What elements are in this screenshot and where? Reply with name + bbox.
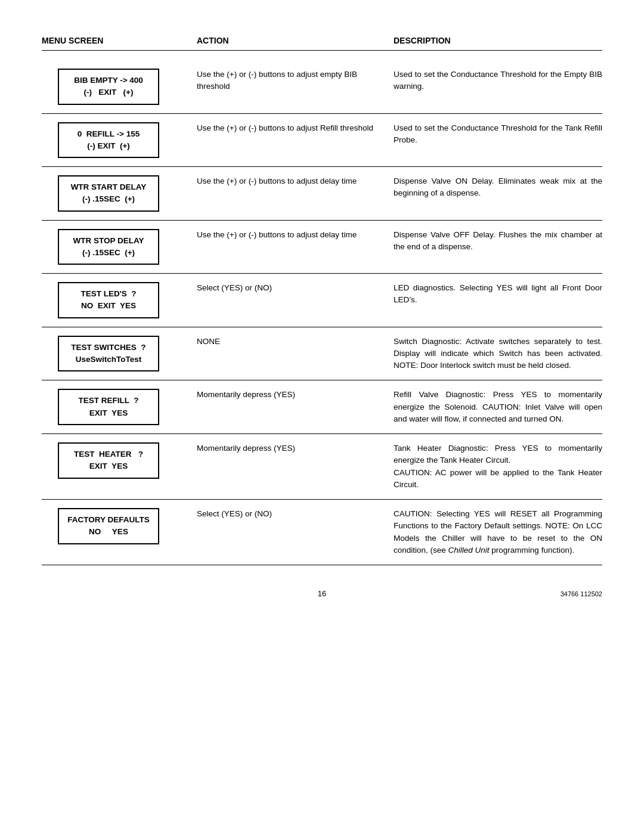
menu-box-wtr-stop-delay: WTR STOP DELAY(-) .15SEC (+) [58, 229, 159, 265]
page-number: 16 [318, 589, 326, 598]
table-row: BIB EMPTY -> 400(-) EXIT (+)Use the (+) … [42, 60, 602, 114]
menu-line1-wtr-start-delay: WTR START DELAY [67, 181, 150, 193]
menu-screen-cell-wtr-stop-delay: WTR STOP DELAY(-) .15SEC (+) [42, 229, 185, 265]
action-cell-test-switches: NONE [185, 336, 394, 348]
table-body: BIB EMPTY -> 400(-) EXIT (+)Use the (+) … [42, 60, 602, 565]
menu-line1-test-switches: TEST SWITCHES ? [67, 342, 150, 354]
menu-box-wtr-start-delay: WTR START DELAY(-) .15SEC (+) [58, 175, 159, 212]
description-cell-test-leds: LED diagnostics. Selecting YES will ligh… [394, 282, 602, 306]
description-cell-factory-defaults: CAUTION: Selecting YES will RESET all Pr… [394, 508, 602, 556]
action-cell-factory-defaults: Select (YES) or (NO) [185, 508, 394, 520]
menu-box-factory-defaults: FACTORY DEFAULTSNO YES [58, 508, 159, 544]
menu-line2-test-switches: UseSwitchToTest [67, 354, 150, 366]
header-action: ACTION [185, 36, 394, 45]
menu-screen-cell-bib-empty: BIB EMPTY -> 400(-) EXIT (+) [42, 69, 185, 105]
menu-line1-factory-defaults: FACTORY DEFAULTS [67, 514, 150, 526]
menu-screen-cell-factory-defaults: FACTORY DEFAULTSNO YES [42, 508, 185, 544]
menu-screen-cell-test-switches: TEST SWITCHES ?UseSwitchToTest [42, 336, 185, 372]
menu-line1-wtr-stop-delay: WTR STOP DELAY [67, 235, 150, 247]
description-cell-refill: Used to set the Conductance Threshold fo… [394, 122, 602, 147]
menu-box-test-heater: TEST HEATER ?EXIT YES [58, 442, 159, 479]
table-row: 0 REFILL -> 155(-) EXIT (+)Use the (+) o… [42, 114, 602, 168]
action-cell-wtr-stop-delay: Use the (+) or (-) buttons to adjust del… [185, 229, 394, 241]
table-row: FACTORY DEFAULTSNO YESSelect (YES) or (N… [42, 500, 602, 565]
table-row: TEST SWITCHES ?UseSwitchToTestNONESwitch… [42, 327, 602, 381]
table-row: TEST HEATER ?EXIT YESMomentarily depress… [42, 434, 602, 500]
menu-box-test-leds: TEST LED'S ?NO EXIT YES [58, 282, 159, 318]
description-cell-wtr-stop-delay: Dispense Valve OFF Delay. Flushes the mi… [394, 229, 602, 253]
menu-line1-refill: 0 REFILL -> 155 [67, 128, 150, 140]
menu-screen-cell-test-refill: TEST REFILL ?EXIT YES [42, 389, 185, 425]
action-cell-test-refill: Momentarily depress (YES) [185, 389, 394, 401]
menu-line2-wtr-stop-delay: (-) .15SEC (+) [67, 247, 150, 259]
header-description: DESCRIPTION [394, 36, 602, 45]
page-container: MENU SCREEN ACTION DESCRIPTION BIB EMPTY… [42, 36, 602, 598]
menu-screen-cell-refill: 0 REFILL -> 155(-) EXIT (+) [42, 122, 185, 159]
menu-line2-test-heater: EXIT YES [67, 460, 150, 472]
table-row: TEST LED'S ?NO EXIT YESSelect (YES) or (… [42, 274, 602, 327]
menu-line2-wtr-start-delay: (-) .15SEC (+) [67, 193, 150, 205]
table-row: TEST REFILL ?EXIT YESMomentarily depress… [42, 380, 602, 434]
menu-line1-test-heater: TEST HEATER ? [67, 448, 150, 460]
menu-line2-factory-defaults: NO YES [67, 526, 150, 538]
action-cell-test-heater: Momentarily depress (YES) [185, 442, 394, 454]
description-cell-test-heater: Tank Heater Diagnostic: Press YES to mom… [394, 442, 602, 491]
action-cell-bib-empty: Use the (+) or (-) buttons to adjust emp… [185, 69, 394, 93]
menu-line2-test-refill: EXIT YES [67, 407, 150, 419]
menu-line1-test-refill: TEST REFILL ? [67, 395, 150, 407]
action-cell-test-leds: Select (YES) or (NO) [185, 282, 394, 294]
menu-line2-test-leds: NO EXIT YES [67, 300, 150, 312]
menu-line1-test-leds: TEST LED'S ? [67, 288, 150, 300]
menu-box-refill: 0 REFILL -> 155(-) EXIT (+) [58, 122, 159, 159]
menu-line2-bib-empty: (-) EXIT (+) [67, 86, 150, 98]
table-row: WTR STOP DELAY(-) .15SEC (+)Use the (+) … [42, 221, 602, 274]
menu-line2-refill: (-) EXIT (+) [67, 140, 150, 152]
action-cell-refill: Use the (+) or (-) buttons to adjust Ref… [185, 122, 394, 134]
menu-box-test-refill: TEST REFILL ?EXIT YES [58, 389, 159, 425]
menu-screen-cell-wtr-start-delay: WTR START DELAY(-) .15SEC (+) [42, 175, 185, 212]
table-header: MENU SCREEN ACTION DESCRIPTION [42, 36, 602, 51]
action-cell-wtr-start-delay: Use the (+) or (-) buttons to adjust del… [185, 175, 394, 187]
description-cell-bib-empty: Used to set the Conductance Threshold fo… [394, 69, 602, 93]
menu-box-bib-empty: BIB EMPTY -> 400(-) EXIT (+) [58, 69, 159, 105]
menu-box-test-switches: TEST SWITCHES ?UseSwitchToTest [58, 336, 159, 372]
header-menu-screen: MENU SCREEN [42, 36, 185, 45]
description-cell-test-switches: Switch Diagnostic: Activate switches sep… [394, 336, 602, 372]
doc-number: 34766 112502 [561, 590, 602, 597]
description-cell-test-refill: Refill Valve Diagnostic: Press YES to mo… [394, 389, 602, 425]
menu-line1-bib-empty: BIB EMPTY -> 400 [67, 75, 150, 86]
footer: 16 34766 112502 [42, 589, 602, 598]
table-row: WTR START DELAY(-) .15SEC (+)Use the (+)… [42, 167, 602, 221]
menu-screen-cell-test-leds: TEST LED'S ?NO EXIT YES [42, 282, 185, 318]
description-cell-wtr-start-delay: Dispense Valve ON Delay. Eliminates weak… [394, 175, 602, 200]
menu-screen-cell-test-heater: TEST HEATER ?EXIT YES [42, 442, 185, 479]
